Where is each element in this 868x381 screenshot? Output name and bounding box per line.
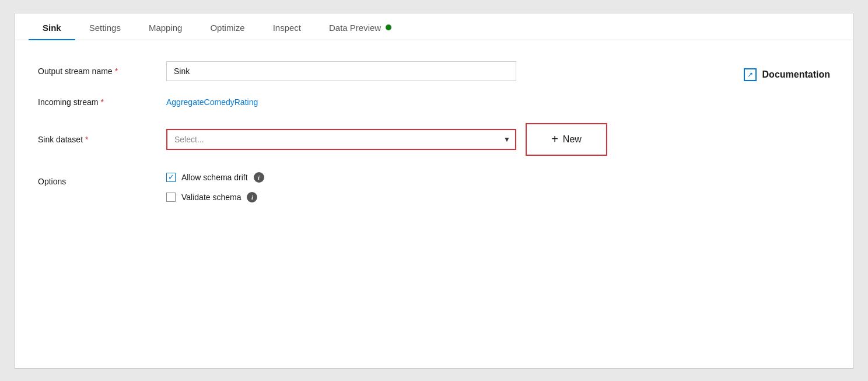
top-row: Output stream name * ↗ Documentation xyxy=(38,61,830,81)
data-preview-status-dot xyxy=(386,25,391,30)
arrow-icon: ↗ xyxy=(747,71,753,78)
output-stream-value xyxy=(166,61,516,81)
required-star-incoming: * xyxy=(100,97,103,107)
new-button-plus: + xyxy=(551,132,558,146)
checkmark-icon: ✓ xyxy=(168,173,174,181)
incoming-stream-label: Incoming stream * xyxy=(38,97,166,107)
output-stream-row: Output stream name * xyxy=(38,61,516,81)
form-grid: Incoming stream * AggregateComedyRating … xyxy=(38,97,680,202)
sink-dataset-row: Select... ▼ + New xyxy=(166,123,680,156)
incoming-stream-value: AggregateComedyRating xyxy=(166,97,680,107)
required-star-output: * xyxy=(115,67,118,76)
output-stream-label: Output stream name * xyxy=(38,67,166,76)
documentation-label: Documentation xyxy=(762,69,830,80)
tab-sink[interactable]: Sink xyxy=(29,13,75,40)
tab-inspect[interactable]: Inspect xyxy=(259,13,315,40)
validate-schema-label: Validate schema xyxy=(181,193,241,202)
tab-settings[interactable]: Settings xyxy=(75,13,135,40)
documentation-link[interactable]: ↗ Documentation xyxy=(744,66,830,81)
required-star-sink: * xyxy=(85,135,88,144)
allow-schema-drift-label: Allow schema drift xyxy=(181,173,248,182)
allow-schema-drift-info-icon[interactable]: i xyxy=(254,172,264,183)
sink-dataset-select-wrapper: Select... ▼ xyxy=(166,129,516,150)
validate-schema-row: Validate schema i xyxy=(166,192,680,202)
new-button[interactable]: + New xyxy=(526,123,607,156)
tab-data-preview[interactable]: Data Preview xyxy=(315,13,405,40)
output-stream-name-input[interactable] xyxy=(166,61,516,81)
validate-schema-checkbox[interactable] xyxy=(166,193,176,202)
sink-dataset-select[interactable]: Select... xyxy=(166,129,516,150)
new-button-label: New xyxy=(563,134,582,145)
allow-schema-drift-checkbox[interactable]: ✓ xyxy=(166,173,176,182)
allow-schema-drift-row: ✓ Allow schema drift i xyxy=(166,172,680,183)
options-label: Options xyxy=(38,172,166,186)
external-link-icon: ↗ xyxy=(744,68,757,81)
options-content: ✓ Allow schema drift i Validate schema i xyxy=(166,172,680,202)
tab-optimize[interactable]: Optimize xyxy=(196,13,258,40)
sink-dataset-label: Sink dataset * xyxy=(38,135,166,144)
tab-bar: Sink Settings Mapping Optimize Inspect D… xyxy=(15,13,853,40)
incoming-stream-link[interactable]: AggregateComedyRating xyxy=(166,97,258,107)
tab-mapping[interactable]: Mapping xyxy=(135,13,197,40)
main-panel: Sink Settings Mapping Optimize Inspect D… xyxy=(14,13,854,369)
validate-schema-info-icon[interactable]: i xyxy=(247,192,257,202)
content-area: Output stream name * ↗ Documentation Inc… xyxy=(15,40,853,226)
